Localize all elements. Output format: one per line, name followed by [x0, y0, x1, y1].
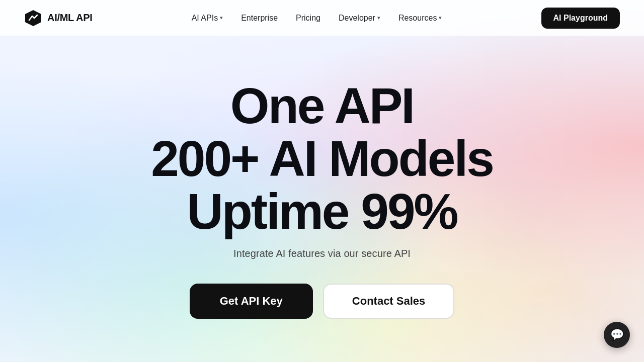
- nav-link-developer[interactable]: Developer ▾: [332, 10, 387, 27]
- svg-marker-0: [25, 10, 41, 26]
- chat-widget-button[interactable]: 💬: [604, 322, 630, 348]
- contact-sales-button[interactable]: Contact Sales: [323, 284, 455, 319]
- get-api-key-button[interactable]: Get API Key: [190, 284, 313, 319]
- chat-icon: 💬: [610, 328, 624, 341]
- nav-link-ai-apis[interactable]: AI APIs ▾: [185, 10, 230, 27]
- chevron-down-icon: ▾: [220, 15, 223, 21]
- hero-title: One API 200+ AI Models Uptime 99%: [151, 79, 493, 238]
- hero-section: One API 200+ AI Models Uptime 99% Integr…: [0, 36, 644, 362]
- logo-icon: [24, 9, 42, 27]
- nav-cta-button[interactable]: AI Playground: [541, 8, 620, 29]
- nav-link-pricing[interactable]: Pricing: [289, 10, 328, 27]
- nav-link-enterprise[interactable]: Enterprise: [234, 10, 285, 27]
- chevron-down-icon: ▾: [439, 15, 442, 21]
- chevron-down-icon: ▾: [377, 15, 380, 21]
- navbar: AI/ML API AI APIs ▾ Enterprise Pricing D…: [0, 0, 644, 36]
- logo-text: AI/ML API: [47, 12, 93, 24]
- nav-links: AI APIs ▾ Enterprise Pricing Developer ▾…: [185, 10, 449, 27]
- logo-link[interactable]: AI/ML API: [24, 9, 93, 27]
- hero-buttons: Get API Key Contact Sales: [190, 284, 455, 319]
- hero-subtitle: Integrate AI features via our secure API: [233, 248, 411, 259]
- nav-link-resources[interactable]: Resources ▾: [391, 10, 449, 27]
